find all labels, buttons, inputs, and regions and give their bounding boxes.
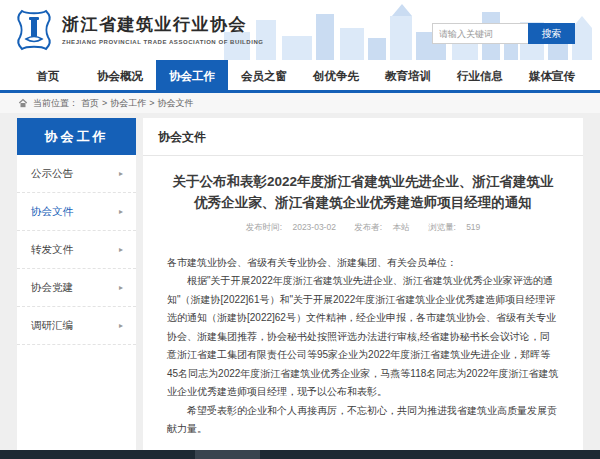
sidebar-item-party-building[interactable]: 协会党建 ▸ (17, 269, 136, 307)
org-name-en: ZHEJIANG PROVINCIAL TRADE ASSOCIATION OF… (62, 39, 264, 45)
home-icon (18, 98, 28, 108)
chevron-right-icon: ▸ (119, 245, 123, 254)
footer-bar-segment (195, 450, 260, 459)
site-header: 浙江省建筑业行业协会 ZHEJIANG PROVINCIAL TRADE ASS… (0, 0, 600, 60)
article-body: 各市建筑业协会、省级有关专业协会、浙建集团、有关会员单位： 根据"关于开展202… (167, 254, 559, 450)
chevron-right-icon: ▸ (119, 207, 123, 216)
chevron-right-icon: ▸ (119, 169, 123, 178)
nav-item-training[interactable]: 教育培训 (372, 60, 444, 93)
nav-item-media[interactable]: 媒体宣传 (516, 60, 588, 93)
article: 关于公布和表彰2022年度浙江省建筑业先进企业、浙江省建筑业优秀企业家、浙江省建… (143, 172, 583, 450)
sidebar-item-label: 公示公告 (31, 167, 73, 181)
page: 浙江省建筑业行业协会 ZHEJIANG PROVINCIAL TRADE ASS… (0, 0, 600, 459)
chevron-right-icon: ▸ (119, 283, 123, 292)
nav-item-industry-info[interactable]: 行业信息 (444, 60, 516, 93)
section-title: 协会文件 (143, 118, 583, 156)
sidebar-item-forwarded-files[interactable]: 转发文件 ▸ (17, 231, 136, 269)
nav-item-excellence[interactable]: 创优争先 (300, 60, 372, 93)
org-name-block: 浙江省建筑业行业协会 ZHEJIANG PROVINCIAL TRADE ASS… (62, 15, 264, 44)
sidebar-item-research-compilation[interactable]: 调研汇编 ▸ (17, 307, 136, 345)
chevron-right-icon: ▸ (119, 321, 123, 330)
site-logo[interactable]: 浙江省建筑业行业协会 ZHEJIANG PROVINCIAL TRADE ASS… (14, 9, 264, 51)
sidebar: 协会工作 公示公告 ▸ 协会文件 ▸ 转发文件 ▸ 协会党建 ▸ (17, 118, 136, 450)
nav-item-members[interactable]: 会员之窗 (228, 60, 300, 93)
breadcrumb-separator: > (149, 98, 154, 108)
sidebar-title: 协会工作 (17, 118, 136, 155)
nav-item-association-work[interactable]: 协会工作 (156, 60, 228, 93)
publisher: 发布者: 本站 (350, 222, 413, 232)
search-button[interactable]: 搜索 (528, 23, 575, 44)
sidebar-item-label: 转发文件 (31, 243, 73, 257)
main-area: 协会工作 公示公告 ▸ 协会文件 ▸ 转发文件 ▸ 协会党建 ▸ (0, 113, 600, 450)
article-meta: 发布时间: 2023-03-02 发布者: 本站 浏览量: 519 (167, 222, 559, 234)
breadcrumb-separator: > (102, 98, 107, 108)
nav-item-about[interactable]: 协会概况 (84, 60, 156, 93)
article-title: 关于公布和表彰2022年度浙江省建筑业先进企业、浙江省建筑业优秀企业家、浙江省建… (171, 172, 555, 214)
sidebar-item-label: 协会文件 (31, 205, 73, 219)
content-panel: 协会文件 关于公布和表彰2022年度浙江省建筑业先进企业、浙江省建筑业优秀企业家… (143, 118, 583, 450)
sidebar-item-label: 协会党建 (31, 281, 73, 295)
publish-time: 发布时间: 2023-03-02 (242, 222, 340, 232)
footer-bar (0, 450, 600, 459)
org-name-zh: 浙江省建筑业行业协会 (62, 15, 264, 35)
search-input[interactable] (432, 23, 528, 44)
breadcrumb: 当前位置： 首页 > 协会工作 > 协会文件 (0, 93, 600, 113)
view-count: 浏览量: 519 (424, 222, 484, 232)
search-bar: 搜索 (432, 23, 575, 44)
body-paragraph: 希望受表彰的企业和个人再接再厉，不忘初心，共同为推进我省建筑业高质量发展贡献力量… (167, 402, 559, 439)
sidebar-item-public-notices[interactable]: 公示公告 ▸ (17, 155, 136, 193)
nav-item-home[interactable]: 首页 (12, 60, 84, 93)
salutation: 各市建筑业协会、省级有关专业协会、浙建集团、有关会员单位： (167, 254, 559, 273)
breadcrumb-association-files[interactable]: 协会文件 (158, 97, 194, 110)
sidebar-item-association-files[interactable]: 协会文件 ▸ (17, 193, 136, 231)
breadcrumb-home[interactable]: 首页 (81, 97, 99, 110)
sidebar-menu: 公示公告 ▸ 协会文件 ▸ 转发文件 ▸ 协会党建 ▸ 调研汇编 ▸ (17, 155, 136, 345)
breadcrumb-prefix: 当前位置： (33, 97, 78, 110)
breadcrumb-association-work[interactable]: 协会工作 (110, 97, 146, 110)
association-emblem-icon (14, 9, 54, 51)
body-paragraph: 根据"关于开展2022年度浙江省建筑业先进企业、浙江省建筑业优秀企业家评选的通知… (167, 272, 559, 402)
sidebar-item-label: 调研汇编 (31, 319, 73, 333)
main-nav: 首页 协会概况 协会工作 会员之窗 创优争先 教育培训 行业信息 媒体宣传 (0, 60, 600, 93)
